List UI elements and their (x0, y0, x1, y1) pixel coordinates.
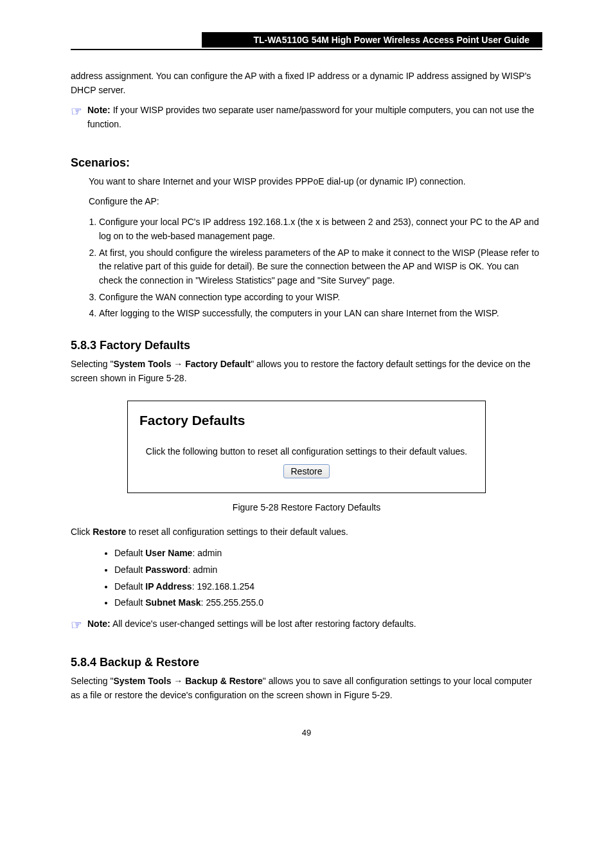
menu-system-tools: System Tools (113, 359, 171, 369)
menu-backup-restore: Backup & Restore (185, 676, 263, 686)
backup-intro-prefix: Selecting (71, 676, 110, 686)
figure-caption: Figure 5-28 Restore Factory Defaults (71, 502, 542, 512)
menu-factory-default: Factory Default (185, 359, 251, 369)
default-password: Default Password: admin (114, 563, 542, 578)
arrow-right-icon: → (173, 359, 185, 369)
restore-button[interactable]: Restore (283, 464, 329, 478)
figure-text: Click the following button to reset all … (133, 446, 480, 457)
factory-defaults-figure: Factory Defaults Click the following but… (127, 401, 486, 493)
step-4: After logging to the WISP successfully, … (99, 307, 542, 321)
default-username: Default User Name: admin (114, 546, 542, 561)
step-2: At first, you should configure the wirel… (99, 246, 542, 288)
figure-title: Factory Defaults (139, 413, 480, 428)
factory-intro: Selecting "System Tools → Factory Defaul… (71, 357, 542, 385)
note-2: ☞ Note: All device's user-changed settin… (71, 617, 542, 638)
hand-pointer-icon: ☞ (71, 619, 82, 631)
note-2-text: Note: All device's user-changed settings… (87, 617, 416, 631)
note-1: ☞ Note: If your WISP provides two separa… (71, 104, 542, 138)
hand-pointer-icon: ☞ (71, 105, 82, 118)
step-1: Configure your local PC's IP address 192… (99, 215, 542, 243)
page-header-title: TL-WA5110G 54M High Power Wireless Acces… (202, 32, 542, 48)
page-number: 49 (71, 728, 542, 737)
default-ip: Default IP Address: 192.168.1.254 (114, 579, 542, 595)
step-3: Configure the WAN connection type accord… (99, 291, 542, 305)
arrow-right-icon: → (173, 676, 185, 686)
note-1-body: If your WISP provides two separate user … (87, 105, 534, 129)
defaults-list: Default User Name: admin Default Passwor… (71, 546, 542, 611)
configure-steps: Configure your local PC's IP address 192… (71, 215, 542, 321)
after-restore-text: Click Restore to reset all configuration… (71, 525, 542, 539)
backup-restore-heading: 5.8.4 Backup & Restore (71, 656, 542, 669)
menu-system-tools-2: System Tools (113, 676, 171, 686)
scenario-desc: You want to share Internet and your WISP… (89, 175, 542, 189)
backup-intro: Selecting "System Tools → Backup & Resto… (71, 674, 542, 702)
header-rule (71, 49, 542, 50)
configure-label: Configure the AP: (89, 195, 542, 209)
factory-defaults-heading: 5.8.3 Factory Defaults (71, 339, 542, 352)
intro-paragraph-1: address assignment. You can configure th… (71, 69, 542, 97)
note-2-body: All device's user-changed settings will … (112, 619, 416, 629)
scenarios-heading: Scenarios: (71, 156, 542, 170)
note-1-text: Note: If your WISP provides two separate… (87, 104, 542, 131)
note-1-label: Note: (87, 105, 111, 115)
note-2-label: Note: (87, 619, 111, 629)
default-subnet: Default Subnet Mask: 255.255.255.0 (114, 595, 542, 611)
